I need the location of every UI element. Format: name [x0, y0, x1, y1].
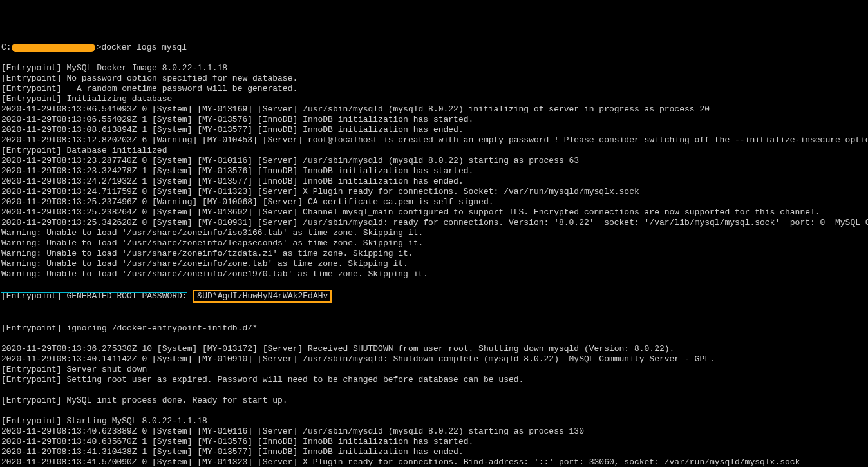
command-text: docker logs mysql — [101, 43, 187, 52]
log-line: 2020-11-29T08:13:23.287740Z 0 [System] [… — [1, 156, 867, 166]
log-line: 2020-11-29T08:13:41.310438Z 1 [System] [… — [1, 447, 867, 457]
log-line: Warning: Unable to load '/usr/share/zone… — [1, 259, 867, 269]
log-line: Warning: Unable to load '/usr/share/zone… — [1, 238, 867, 249]
password-line[interactable]: [Entrypoint] GENERATED ROOT PASSWORD: &U… — [1, 290, 867, 303]
log-line — [1, 334, 867, 344]
log-output-section-2[interactable]: [Entrypoint] ignoring /docker-entrypoint… — [1, 313, 867, 467]
command-prompt-line[interactable]: C:>docker logs mysql — [1, 43, 867, 53]
log-line: [Entrypoint] Initializing database — [1, 94, 867, 104]
log-line: 2020-11-29T08:13:06.554029Z 1 [System] [… — [1, 115, 867, 125]
log-line: 2020-11-29T08:13:40.141142Z 0 [System] [… — [1, 354, 867, 365]
log-line: 2020-11-29T08:13:25.342620Z 0 [System] [… — [1, 218, 867, 228]
log-line: 2020-11-29T08:13:41.570090Z 0 [System] [… — [1, 457, 867, 467]
log-line: [Entrypoint] A random onetime password w… — [1, 84, 867, 94]
log-line: 2020-11-29T08:13:24.271932Z 1 [System] [… — [1, 176, 867, 187]
log-line: Warning: Unable to load '/usr/share/zone… — [1, 228, 867, 238]
log-line: [Entrypoint] Setting root user as expire… — [1, 375, 867, 385]
log-line: [Entrypoint] MySQL Docker Image 8.0.22-1… — [1, 63, 867, 73]
log-line: 2020-11-29T08:13:08.613894Z 1 [System] [… — [1, 125, 867, 135]
log-line: 2020-11-29T08:13:25.237496Z 0 [Warning] … — [1, 197, 867, 207]
log-line: 2020-11-29T08:13:06.541093Z 0 [System] [… — [1, 104, 867, 115]
log-line: [Entrypoint] Database initialized — [1, 146, 867, 156]
prompt-prefix: C: — [1, 43, 12, 52]
log-line: 2020-11-29T08:13:36.275330Z 10 [System] … — [1, 344, 867, 354]
log-output-section-1[interactable]: [Entrypoint] MySQL Docker Image 8.0.22-1… — [1, 63, 867, 280]
password-value: &UD*AgdIzHuwHyN4rWAk2EdAHv — [197, 291, 328, 301]
log-line: Warning: Unable to load '/usr/share/zone… — [1, 249, 867, 259]
underline-highlight — [1, 292, 187, 293]
log-line: [Entrypoint] Starting MySQL 8.0.22-1.1.1… — [1, 416, 867, 426]
log-line: 2020-11-29T08:13:40.623889Z 0 [System] [… — [1, 426, 867, 437]
log-line — [1, 313, 867, 323]
log-line: [Entrypoint] MySQL init process done. Re… — [1, 396, 867, 406]
log-line: 2020-11-29T08:13:24.711759Z 0 [System] [… — [1, 187, 867, 197]
log-line: [Entrypoint] ignoring /docker-entrypoint… — [1, 323, 867, 334]
log-line: 2020-11-29T08:13:12.820203Z 6 [Warning] … — [1, 135, 867, 146]
log-line: [Entrypoint] No password option specifie… — [1, 73, 867, 84]
log-line: [Entrypoint] Server shut down — [1, 365, 867, 375]
password-highlight-box: &UD*AgdIzHuwHyN4rWAk2EdAHv — [193, 290, 332, 303]
log-line: 2020-11-29T08:13:40.635670Z 1 [System] [… — [1, 437, 867, 447]
log-line — [1, 385, 867, 396]
log-line: 2020-11-29T08:13:23.324278Z 1 [System] [… — [1, 166, 867, 176]
log-line — [1, 406, 867, 416]
log-line: 2020-11-29T08:13:25.238264Z 0 [System] [… — [1, 207, 867, 218]
log-line: Warning: Unable to load '/usr/share/zone… — [1, 269, 867, 280]
redacted-path — [12, 44, 95, 52]
